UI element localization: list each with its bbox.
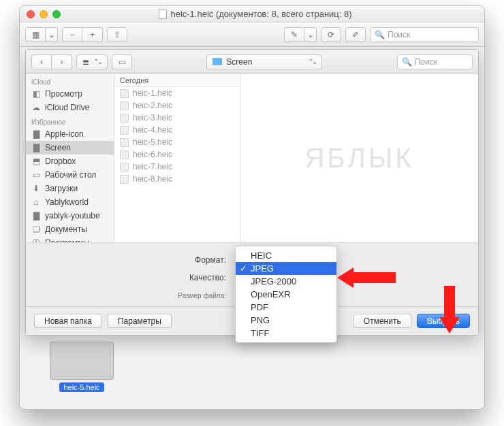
file-group-header: Сегодня bbox=[114, 74, 240, 87]
file-item[interactable]: heic-7.heic bbox=[114, 161, 240, 173]
dropbox-icon: ⬒ bbox=[31, 157, 41, 165]
folder-icon: ▇ bbox=[31, 144, 41, 152]
sidebar-section-favorites: Избранное bbox=[26, 114, 114, 127]
downloads-icon: ⬇ bbox=[31, 184, 41, 193]
cancel-button[interactable]: Отменить bbox=[353, 314, 411, 328]
window-title-text: heic-1.heic (документов: 8, всего страни… bbox=[170, 9, 351, 19]
folder-icon bbox=[212, 58, 222, 65]
new-folder-button[interactable]: Новая папка bbox=[34, 314, 102, 328]
minimize-window-button[interactable] bbox=[40, 10, 48, 18]
format-option-openexr[interactable]: OpenEXR bbox=[236, 288, 336, 301]
thumbnail-label: heic-5.heic bbox=[59, 382, 104, 392]
preview-pane: ЯБЛЫК bbox=[240, 74, 478, 242]
file-icon bbox=[120, 89, 129, 98]
file-column: Сегодня heic-1.heic heic-2.heic heic-3.h… bbox=[114, 74, 240, 242]
folder-icon: ▇ bbox=[31, 212, 41, 220]
format-option-png[interactable]: PNG bbox=[236, 314, 336, 327]
view-mode-popup[interactable]: ≣ ⌃⌄ bbox=[76, 54, 108, 69]
export-options: Формат: Качество: Размер файла: HEIC JPE… bbox=[26, 243, 478, 306]
file-icon bbox=[120, 138, 129, 147]
params-button[interactable]: Параметры bbox=[108, 314, 172, 328]
markup-button[interactable]: ✎ bbox=[284, 27, 304, 42]
thumbnail-image bbox=[50, 342, 114, 380]
file-icon bbox=[120, 126, 129, 135]
format-option-pdf[interactable]: PDF bbox=[236, 301, 336, 314]
filesize-label: Размер файла: bbox=[26, 292, 232, 299]
background-thumbnail[interactable]: heic-5.heic bbox=[50, 342, 114, 393]
sheet-sidebar: iCloud ◧Просмотр ☁iCloud Drive Избранное… bbox=[26, 74, 114, 242]
search-placeholder: Поиск bbox=[388, 30, 410, 39]
sidebar-item-desktop[interactable]: ▭Рабочий стол bbox=[26, 168, 114, 182]
file-icon bbox=[120, 114, 129, 122]
share-button[interactable]: ⇧ bbox=[107, 27, 127, 42]
annotation-arrow-choose bbox=[439, 286, 460, 333]
sidebar-item-yablykworld[interactable]: ⌂Yablykworld bbox=[26, 195, 114, 209]
sidebar-section-icloud: iCloud bbox=[26, 74, 114, 87]
watermark: ЯБЛЫК bbox=[304, 143, 413, 174]
quality-label: Качество: bbox=[26, 273, 232, 282]
preview-app-icon: ◧ bbox=[31, 90, 41, 98]
markup-dropdown-button[interactable]: ⌄ bbox=[304, 27, 317, 42]
nav-back-button[interactable]: ‹ bbox=[31, 54, 52, 69]
file-item[interactable]: heic-5.heic bbox=[114, 136, 240, 148]
save-sheet: ‹ › ≣ ⌃⌄ ▭ Screen ⌃⌄ 🔍 Поиск iClou bbox=[25, 49, 479, 335]
sidebar-item-preview[interactable]: ◧Просмотр bbox=[26, 87, 114, 101]
location-name: Screen bbox=[226, 57, 252, 67]
document-icon bbox=[159, 10, 167, 19]
annotation-arrow-format bbox=[337, 267, 396, 288]
sidebar-toggle-button[interactable]: ▦ bbox=[25, 27, 46, 42]
documents-icon: ❏ bbox=[31, 225, 41, 233]
format-option-tiff[interactable]: TIFF bbox=[236, 327, 336, 340]
sidebar-item-apple-icon[interactable]: ▇Apple-icon bbox=[26, 127, 114, 141]
location-popup[interactable]: Screen ⌃⌄ bbox=[206, 54, 322, 69]
window-controls bbox=[20, 10, 61, 18]
sidebar-item-screen[interactable]: ▇Screen bbox=[26, 141, 114, 154]
search-icon: 🔍 bbox=[375, 30, 385, 39]
nav-forward-button[interactable]: › bbox=[52, 54, 72, 69]
sidebar-item-documents[interactable]: ❏Документы bbox=[26, 223, 114, 236]
sheet-search-field[interactable]: 🔍 Поиск bbox=[397, 54, 473, 69]
file-icon bbox=[120, 101, 129, 110]
folder-icon: ▇ bbox=[31, 130, 41, 138]
apps-icon: Ⓐ bbox=[31, 239, 41, 242]
annotate-button[interactable]: ✐ bbox=[345, 27, 366, 42]
file-icon bbox=[120, 175, 129, 184]
sheet-toolbar: ‹ › ≣ ⌃⌄ ▭ Screen ⌃⌄ 🔍 Поиск bbox=[26, 50, 478, 74]
file-item[interactable]: heic-2.heic bbox=[114, 99, 240, 112]
sidebar-item-downloads[interactable]: ⬇Загрузки bbox=[26, 182, 114, 195]
zoom-in-button[interactable]: + bbox=[82, 27, 103, 42]
desktop-icon: ▭ bbox=[31, 171, 41, 179]
close-window-button[interactable] bbox=[27, 10, 35, 18]
main-search-field[interactable]: 🔍 Поиск bbox=[370, 27, 479, 42]
window-title: heic-1.heic (документов: 8, всего страни… bbox=[61, 9, 484, 19]
zoom-window-button[interactable] bbox=[52, 10, 61, 18]
path-button[interactable]: ▭ bbox=[112, 54, 132, 69]
home-icon: ⌂ bbox=[31, 198, 41, 206]
sidebar-item-dropbox[interactable]: ⬒Dropbox bbox=[26, 154, 114, 168]
main-toolbar: ▦ ⌄ − + ⇧ ✎ ⌄ ⟳ ✐ 🔍 Поиск bbox=[20, 22, 484, 47]
sidebar-dropdown-button[interactable]: ⌄ bbox=[46, 27, 58, 42]
file-item[interactable]: heic-6.heic bbox=[114, 148, 240, 161]
sheet-search-placeholder: Поиск bbox=[415, 57, 437, 67]
search-icon: 🔍 bbox=[402, 57, 412, 67]
zoom-out-button[interactable]: − bbox=[62, 27, 82, 42]
titlebar: heic-1.heic (документов: 8, всего страни… bbox=[20, 6, 484, 22]
sidebar-item-yablyk-youtube[interactable]: ▇yablyk-youtube bbox=[26, 209, 114, 223]
format-option-jpeg[interactable]: JPEG bbox=[236, 262, 336, 275]
file-item[interactable]: heic-3.heic bbox=[114, 112, 240, 124]
file-item[interactable]: heic-1.heic bbox=[114, 87, 240, 99]
format-label: Формат: bbox=[26, 255, 232, 265]
rotate-button[interactable]: ⟳ bbox=[321, 27, 341, 42]
app-window: heic-1.heic (документов: 8, всего страни… bbox=[19, 5, 485, 410]
file-item[interactable]: heic-4.heic bbox=[114, 124, 240, 136]
file-icon bbox=[120, 150, 129, 159]
cloud-icon: ☁ bbox=[31, 103, 41, 112]
format-dropdown-menu[interactable]: HEIC JPEG JPEG-2000 OpenEXR PDF PNG TIFF bbox=[235, 246, 337, 343]
sidebar-item-apps[interactable]: ⒶПрограммы bbox=[26, 236, 114, 242]
sidebar-item-icloud-drive[interactable]: ☁iCloud Drive bbox=[26, 101, 114, 114]
file-icon bbox=[120, 163, 129, 171]
sheet-body: iCloud ◧Просмотр ☁iCloud Drive Избранное… bbox=[26, 74, 478, 243]
format-option-jpeg2000[interactable]: JPEG-2000 bbox=[236, 275, 336, 288]
file-item[interactable]: heic-8.heic bbox=[114, 173, 240, 185]
format-option-heic[interactable]: HEIC bbox=[236, 249, 336, 262]
